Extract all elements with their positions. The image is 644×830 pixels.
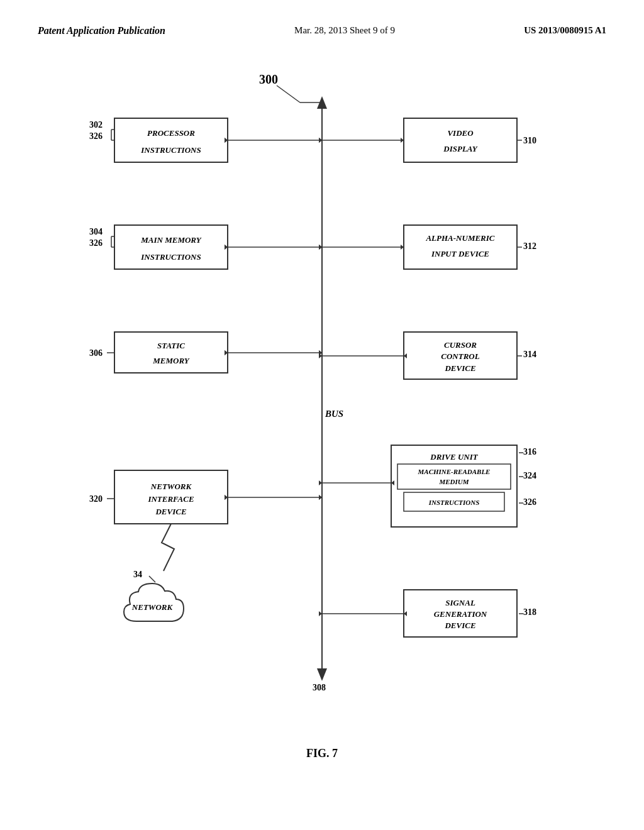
alpha-numeric-label: ALPHA-NUMERIC [425, 233, 494, 243]
svg-rect-13 [114, 225, 228, 269]
svg-rect-5 [114, 118, 228, 162]
lightning-bolt [162, 524, 174, 571]
ref-304: 304 [89, 227, 103, 236]
svg-rect-34 [404, 118, 517, 162]
svg-text:CONTROL: CONTROL [441, 351, 479, 361]
signal-generation-label: SIGNAL [445, 598, 475, 607]
svg-text:MEDIUM: MEDIUM [438, 478, 469, 485]
page: Patent Application Publication Mar. 28, … [0, 0, 644, 830]
diagram-svg: 300 BUS 308 PROCESSOR INSTRUCTIONS 302 3… [52, 55, 592, 734]
ref-34: 34 [133, 570, 142, 579]
diagram: 300 BUS 308 PROCESSOR INSTRUCTIONS 302 3… [52, 55, 592, 734]
static-memory-label: STATIC [157, 341, 185, 350]
ref-326-mem: 326 [89, 238, 103, 248]
ref-308: 308 [313, 683, 326, 692]
header-center: Mar. 28, 2013 Sheet 9 of 9 [294, 25, 395, 36]
svg-text:INPUT DEVICE: INPUT DEVICE [431, 249, 489, 258]
svg-marker-4 [317, 668, 327, 681]
header: Patent Application Publication Mar. 28, … [38, 25, 606, 36]
ref-310: 310 [523, 136, 536, 145]
svg-text:INSTRUCTIONS: INSTRUCTIONS [140, 252, 201, 262]
svg-rect-38 [404, 225, 517, 269]
machine-readable-label: MACHINE-READABLE [418, 468, 491, 475]
svg-text:DEVICE: DEVICE [155, 507, 186, 516]
ref-314: 314 [523, 350, 536, 359]
header-right: US 2013/0080915 A1 [524, 25, 606, 36]
video-display-label: VIDEO [447, 128, 474, 138]
network-interface-label: NETWORK [150, 482, 192, 491]
svg-text:INSTRUCTIONS: INSTRUCTIONS [140, 145, 201, 155]
ref-306: 306 [89, 348, 103, 358]
svg-text:DEVICE: DEVICE [444, 363, 475, 373]
svg-text:DEVICE: DEVICE [444, 621, 475, 630]
svg-text:MEMORY: MEMORY [152, 356, 190, 365]
ref-318: 318 [523, 607, 536, 617]
cursor-control-label: CURSOR [444, 340, 477, 350]
instructions-inner-label: INSTRUCTIONS [428, 499, 480, 506]
bus-label: BUS [325, 409, 343, 419]
network-label: NETWORK [131, 602, 174, 612]
drive-unit-label: DRIVE UNIT [430, 452, 479, 462]
header-left: Patent Application Publication [38, 25, 165, 36]
svg-line-66 [149, 576, 155, 582]
ref-326-inner: 326 [523, 497, 536, 507]
main-memory-label: MAIN MEMORY [140, 235, 202, 245]
processor-label: PROCESSOR [147, 128, 195, 138]
svg-rect-21 [114, 332, 228, 373]
network-cloud: NETWORK [124, 584, 184, 621]
svg-text:GENERATION: GENERATION [434, 609, 487, 619]
fig-caption: FIG. 7 [38, 747, 606, 760]
ref-320: 320 [89, 494, 103, 504]
svg-text:DISPLAY: DISPLAY [443, 144, 478, 153]
ref-300: 300 [259, 72, 278, 86]
svg-text:INTERFACE: INTERFACE [147, 494, 194, 504]
ref-312: 312 [523, 241, 536, 251]
svg-line-0 [277, 86, 300, 102]
ref-316: 316 [523, 447, 536, 456]
ref-326-proc: 326 [89, 131, 103, 141]
ref-324: 324 [523, 471, 536, 480]
ref-302: 302 [89, 120, 103, 130]
